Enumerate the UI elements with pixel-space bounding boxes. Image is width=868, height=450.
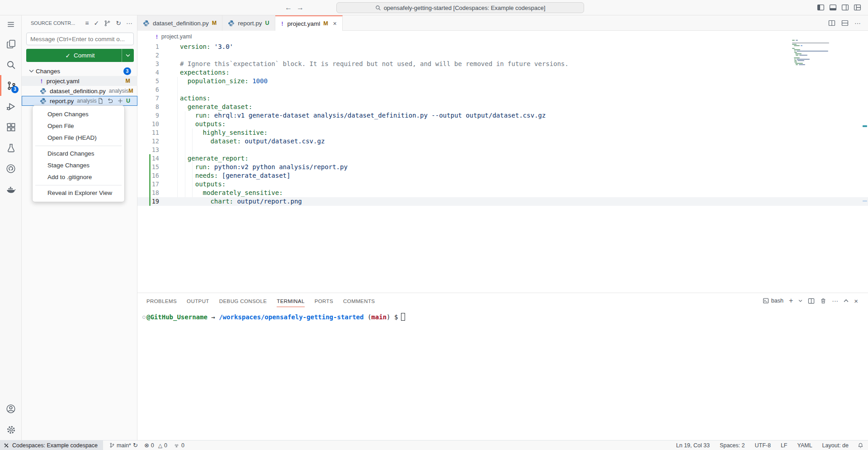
menu-icon[interactable] (0, 15, 22, 33)
more-actions-icon[interactable]: ··· (854, 19, 861, 27)
scm-file-row[interactable]: dataset_definition.pyanalysisM (22, 86, 137, 96)
view-as-list-icon[interactable]: ≡ (85, 19, 89, 27)
editor-tab[interactable]: !project.yamlM× (275, 15, 343, 31)
customize-layout-icon[interactable] (854, 4, 862, 12)
code-line[interactable]: 11 highly_sensitive: (137, 128, 868, 137)
code-line[interactable]: 14 generate_report: (137, 154, 868, 163)
account-icon[interactable] (0, 398, 22, 419)
panel-tab[interactable]: DEBUG CONSOLE (219, 295, 267, 307)
status-item[interactable]: Ln 19, Col 33 (676, 442, 710, 449)
code-line[interactable]: 9 run: ehrql:v1 generate-dataset analysi… (137, 111, 868, 120)
command-center-search[interactable]: opensafely-getting-started [Codespaces: … (336, 2, 584, 13)
toggle-panel-icon[interactable] (829, 4, 837, 12)
toggle-secondary-sidebar-icon[interactable] (841, 4, 849, 12)
refresh-icon[interactable]: ↻ (116, 19, 121, 27)
status-item[interactable]: YAML (797, 442, 812, 449)
minimap[interactable] (792, 40, 836, 66)
overview-ruler[interactable] (862, 15, 868, 293)
launch-profile-chevron-icon[interactable] (798, 299, 802, 302)
open-file-icon[interactable] (97, 98, 104, 104)
close-icon[interactable]: × (333, 20, 337, 27)
scm-file-row[interactable]: !project.yamlM (22, 76, 137, 86)
run-debug-icon[interactable] (0, 96, 22, 117)
code-line[interactable]: 12 dataset: output/dataset.csv.gz (137, 137, 868, 146)
discard-changes-icon[interactable] (107, 98, 113, 104)
terminal-shell-item[interactable]: bash (763, 298, 783, 304)
code-line[interactable]: 3# Ignore this`expectation` block. It is… (137, 60, 868, 68)
code-line[interactable]: 4expectations: (137, 68, 868, 77)
kill-terminal-icon[interactable] (820, 298, 826, 304)
context-menu-item[interactable]: Open Changes (33, 109, 124, 120)
code-line[interactable]: 5 population_size: 1000 (137, 77, 868, 85)
branch-status-item[interactable]: main* ↻ (109, 442, 138, 449)
split-terminal-icon[interactable] (808, 298, 815, 304)
code-line[interactable]: 13 (137, 146, 868, 154)
code-line[interactable]: 6 (137, 85, 868, 94)
terminal[interactable]: @GitHub_Username → /workspaces/opensafel… (137, 308, 868, 322)
changes-section-header[interactable]: Changes 3 (22, 66, 137, 76)
split-editor-icon[interactable] (828, 19, 835, 27)
toggle-sidebar-icon[interactable] (817, 4, 825, 12)
code-text: version: '3.0' (180, 43, 233, 51)
gutter: 8 (137, 103, 170, 111)
editor-layout-icon[interactable] (841, 19, 849, 27)
back-arrow-icon[interactable]: ← (284, 3, 293, 12)
code-line[interactable]: 8 generate_dataset: (137, 103, 868, 111)
panel-tab[interactable]: COMMENTS (343, 295, 375, 307)
context-menu-item[interactable]: Discard Changes (33, 148, 124, 160)
command-decoration-icon[interactable] (142, 316, 146, 319)
panel-tab[interactable]: PORTS (315, 295, 333, 307)
settings-icon[interactable] (0, 419, 22, 440)
context-menu-item[interactable]: Open File (33, 120, 124, 132)
problems-status-item[interactable]: ⊗ 0 △ 0 (144, 442, 167, 449)
context-menu-item[interactable]: Open File (HEAD) (33, 132, 124, 144)
editor-tab[interactable]: dataset_definition.pyM (137, 15, 222, 31)
more-actions-icon[interactable]: ··· (832, 297, 838, 304)
extensions-icon[interactable] (0, 117, 22, 137)
search-icon[interactable] (0, 54, 22, 75)
context-menu-item[interactable]: Add to .gitignore (33, 171, 124, 183)
maximize-panel-icon[interactable] (844, 299, 849, 303)
commit-message-input[interactable] (26, 33, 134, 45)
test-icon[interactable] (0, 137, 22, 158)
close-panel-icon[interactable]: × (854, 297, 858, 305)
docker-icon[interactable] (0, 179, 22, 200)
code-line[interactable]: 16 needs: [generate_dataset] (137, 171, 868, 180)
notifications-bell-icon[interactable] (858, 442, 863, 449)
stage-changes-icon[interactable] (117, 98, 123, 104)
code-line[interactable]: 2 (137, 51, 868, 60)
context-menu-item[interactable]: Reveal in Explorer View (33, 187, 124, 199)
remote-indicator[interactable]: Codespaces: Example codespace (0, 441, 103, 450)
code-line[interactable]: 18 moderately_sensitive: (137, 189, 868, 197)
branch-create-icon[interactable] (104, 20, 111, 27)
context-menu-item[interactable]: Stage Changes (33, 160, 124, 171)
editor-tab[interactable]: report.pyU (222, 15, 275, 31)
code-line[interactable]: 1version: '3.0' (137, 43, 868, 51)
commit-check-icon[interactable]: ✓ (94, 19, 99, 27)
status-item[interactable]: Layout: de (822, 442, 849, 449)
code-line[interactable]: 7actions: (137, 94, 868, 103)
commit-button[interactable]: ✓ Commit (26, 49, 134, 62)
code-line[interactable]: 19 chart: output/report.png (137, 197, 868, 206)
forward-arrow-icon[interactable]: → (296, 3, 305, 12)
status-item[interactable]: Spaces: 2 (720, 442, 745, 449)
commit-dropdown[interactable] (122, 49, 134, 62)
ports-status-item[interactable]: 0 (174, 442, 184, 449)
panel-tab[interactable]: OUTPUT (187, 295, 209, 307)
status-item[interactable]: LF (781, 442, 788, 449)
breadcrumb[interactable]: ! project.yaml (137, 31, 868, 43)
code-line[interactable]: 17 outputs: (137, 180, 868, 189)
code-editor[interactable]: 1version: '3.0'23# Ignore this`expectati… (137, 43, 868, 206)
explorer-icon[interactable] (0, 33, 22, 54)
status-item[interactable]: UTF-8 (755, 442, 770, 449)
code-line[interactable]: 10 outputs: (137, 120, 868, 128)
code-text: actions: (180, 94, 210, 103)
panel-tab[interactable]: PROBLEMS (146, 295, 177, 307)
panel-tab[interactable]: TERMINAL (277, 295, 304, 307)
source-control-icon[interactable]: 3 (0, 75, 22, 96)
code-line[interactable]: 15 run: python:v2 python analysis/report… (137, 163, 868, 171)
github-icon[interactable] (0, 158, 22, 179)
scm-file-row[interactable]: report.pyanalysisU (22, 96, 137, 106)
more-actions-icon[interactable]: ··· (126, 19, 132, 27)
new-terminal-icon[interactable]: + (789, 297, 793, 305)
